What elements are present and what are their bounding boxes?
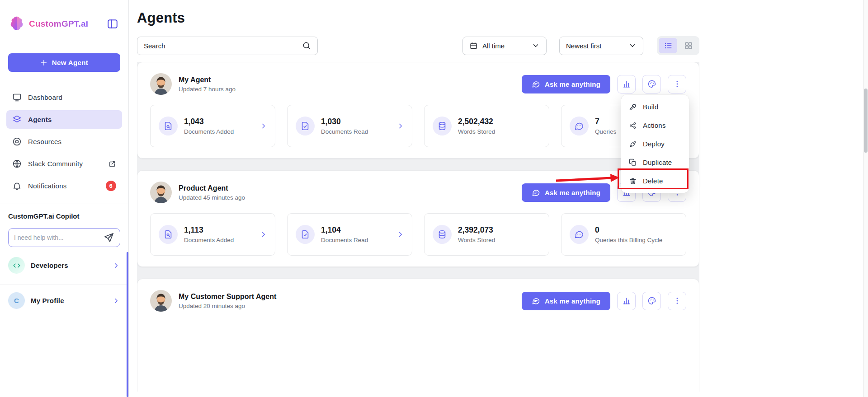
sort-value: Newest first bbox=[566, 42, 601, 50]
agent-updated: Updated 7 hours ago bbox=[179, 86, 236, 93]
stat-label: Documents Read bbox=[321, 128, 368, 135]
ask-me-anything-button[interactable]: Ask me anything bbox=[522, 75, 610, 93]
sidebar-item-slack-community[interactable]: Slack Community bbox=[6, 154, 122, 173]
agents-icon bbox=[12, 115, 22, 124]
menu-item-label: Deploy bbox=[643, 140, 665, 148]
list-view-icon[interactable] bbox=[659, 38, 677, 53]
document-check-icon bbox=[296, 225, 315, 244]
send-icon[interactable] bbox=[104, 232, 114, 243]
new-agent-label: New Agent bbox=[52, 59, 89, 66]
agent-name: My Customer Support Agent bbox=[179, 293, 276, 301]
analytics-button[interactable] bbox=[617, 292, 636, 310]
sidebar-item-developers[interactable]: Developers bbox=[8, 257, 120, 274]
bar-chart-icon bbox=[622, 296, 631, 305]
chevron-right-icon bbox=[112, 262, 120, 270]
sort-dropdown[interactable]: Newest first bbox=[559, 37, 643, 55]
stat-documents-read[interactable]: 1,030 Documents Read bbox=[287, 105, 412, 147]
menu-item-duplicate[interactable]: Duplicate bbox=[621, 153, 689, 172]
chevron-right-icon bbox=[396, 230, 405, 238]
customize-button[interactable] bbox=[642, 292, 661, 310]
stat-label: Queries bbox=[595, 128, 616, 135]
brand-name: CustomGPT.ai bbox=[29, 19, 88, 29]
sidebar-nav: Dashboard Agents Resources Slack Communi… bbox=[0, 82, 128, 195]
sidebar-collapse-icon[interactable] bbox=[107, 18, 118, 30]
stat-value: 0 bbox=[595, 225, 662, 235]
search-input[interactable] bbox=[144, 42, 302, 50]
stat-value: 1,030 bbox=[321, 117, 368, 126]
sidebar-scrollbar[interactable] bbox=[127, 252, 128, 397]
resources-icon bbox=[12, 137, 22, 146]
agent-card: My Agent Updated 7 hours ago Ask me anyt… bbox=[137, 62, 699, 159]
time-filter-dropdown[interactable]: All time bbox=[462, 37, 547, 55]
search-icon[interactable] bbox=[302, 41, 311, 50]
menu-item-actions[interactable]: Actions bbox=[621, 116, 689, 135]
developers-label: Developers bbox=[31, 262, 68, 269]
menu-item-deploy[interactable]: Deploy bbox=[621, 135, 689, 153]
menu-item-label: Build bbox=[643, 103, 658, 111]
calendar-icon bbox=[469, 42, 478, 50]
agent-name: My Agent bbox=[179, 76, 236, 84]
agent-updated: Updated 45 minutes ago bbox=[179, 194, 245, 201]
customize-button[interactable] bbox=[642, 75, 661, 93]
chevron-right-icon bbox=[112, 297, 120, 305]
page-scrollbar bbox=[863, 0, 868, 397]
external-link-icon bbox=[108, 160, 116, 168]
stat-label: Documents Added bbox=[184, 128, 234, 135]
dashboard-icon bbox=[12, 93, 22, 102]
copilot-input[interactable] bbox=[14, 234, 104, 241]
more-options-button[interactable] bbox=[668, 75, 686, 93]
sidebar-divider bbox=[0, 285, 128, 285]
agent-avatar bbox=[150, 182, 172, 203]
view-toggle bbox=[657, 36, 699, 55]
document-search-icon bbox=[159, 117, 178, 135]
ask-me-anything-label: Ask me anything bbox=[545, 80, 600, 88]
more-options-button[interactable] bbox=[668, 292, 686, 310]
stat-value: 1,104 bbox=[321, 225, 368, 235]
app-window: CustomGPT.ai New Agent Dashboard bbox=[0, 0, 868, 397]
copilot-input-wrap bbox=[8, 228, 120, 247]
sidebar-item-resources[interactable]: Resources bbox=[6, 132, 122, 151]
menu-item-build[interactable]: Build bbox=[621, 98, 689, 116]
menu-item-delete[interactable]: Delete bbox=[621, 172, 689, 190]
palette-icon bbox=[647, 79, 656, 89]
page-title: Agents bbox=[137, 10, 699, 26]
agent-avatar bbox=[150, 73, 172, 95]
menu-item-label: Actions bbox=[643, 121, 666, 129]
analytics-button[interactable] bbox=[617, 75, 636, 93]
document-check-icon bbox=[296, 117, 315, 135]
brand-logo-icon bbox=[8, 15, 25, 33]
page-scrollbar-thumb[interactable] bbox=[864, 89, 868, 153]
chat-icon bbox=[532, 80, 540, 89]
ask-me-anything-button[interactable]: Ask me anything bbox=[522, 183, 610, 202]
sidebar-item-agents[interactable]: Agents bbox=[6, 110, 122, 129]
chevron-right-icon bbox=[259, 230, 268, 238]
build-icon bbox=[629, 103, 637, 111]
agent-name: Product Agent bbox=[179, 184, 245, 192]
sidebar-item-label: Slack Community bbox=[28, 160, 83, 168]
sidebar-item-dashboard[interactable]: Dashboard bbox=[6, 88, 122, 107]
sidebar-item-notifications[interactable]: Notifications 6 bbox=[6, 177, 122, 195]
agent-card: Product Agent Updated 45 minutes ago Ask… bbox=[137, 170, 699, 267]
agent-updated: Updated 20 minutes ago bbox=[179, 303, 276, 309]
trash-icon bbox=[629, 177, 637, 185]
stat-documents-added[interactable]: 1,043 Documents Added bbox=[150, 105, 275, 147]
sidebar: CustomGPT.ai New Agent Dashboard bbox=[0, 0, 129, 397]
stat-value: 1,043 bbox=[184, 117, 234, 126]
duplicate-icon bbox=[629, 159, 637, 167]
ask-me-anything-button[interactable]: Ask me anything bbox=[522, 292, 610, 310]
grid-view-icon[interactable] bbox=[679, 38, 698, 53]
menu-item-label: Duplicate bbox=[643, 159, 672, 166]
stat-documents-read[interactable]: 1,104 Documents Read bbox=[287, 213, 412, 256]
stat-documents-added[interactable]: 1,113 Documents Added bbox=[150, 213, 275, 256]
toolbar: All time Newest first bbox=[137, 36, 699, 55]
developers-code-icon bbox=[8, 257, 25, 274]
time-filter-value: All time bbox=[482, 42, 505, 50]
stat-value: 2,392,073 bbox=[458, 225, 495, 235]
new-agent-button[interactable]: New Agent bbox=[8, 53, 120, 72]
stat-queries: 0 Queries this Billing Cycle bbox=[561, 213, 686, 256]
sidebar-item-my-profile[interactable]: C My Profile bbox=[8, 292, 120, 309]
sidebar-item-label: Agents bbox=[28, 116, 52, 123]
profile-avatar: C bbox=[8, 292, 25, 309]
database-icon bbox=[433, 117, 452, 135]
main-content: Agents All time bbox=[129, 0, 868, 397]
